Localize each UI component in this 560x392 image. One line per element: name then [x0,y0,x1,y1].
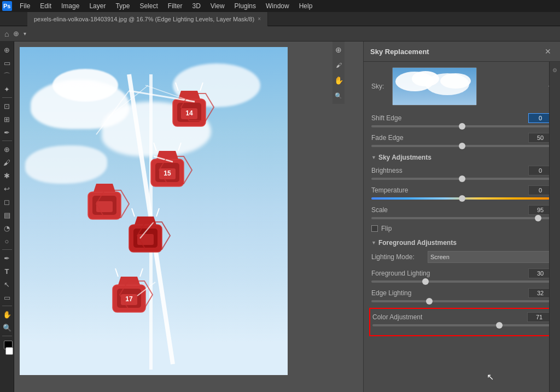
menu-3d[interactable]: 3D [188,1,205,11]
history-brush-tool[interactable]: ↩ [1,183,13,195]
magic-wand-tool[interactable]: ✦ [1,83,13,95]
lighting-mode-label: Lighting Mode: [371,253,423,261]
sky-selector-row: Sky: [371,67,552,106]
menu-layer[interactable]: Layer [85,1,110,11]
main-area: ⊕ ▭ ⌒ ✦ ⊡ ⊞ ✒ ⊕ 🖌 ✱ ↩ ◻ ▤ ◔ ○ ✒ T ↖ ▭ ✋ … [0,42,560,392]
tab-close-button[interactable]: × [258,16,261,22]
left-toolbar: ⊕ ▭ ⌒ ✦ ⊡ ⊞ ✒ ⊕ 🖌 ✱ ↩ ◻ ▤ ◔ ○ ✒ T ↖ ▭ ✋ … [0,42,14,392]
svg-line-23 [156,208,159,217]
sky-thumbnail-container: ▾ [392,67,552,106]
crop-tool[interactable]: ⊡ [1,100,13,112]
svg-line-29 [115,268,118,277]
eyedropper-tool[interactable]: ✒ [1,126,13,138]
lighting-mode-select-container: Screen Multiply Normal Luminosity [428,251,552,263]
menu-file[interactable]: File [15,1,34,11]
home-icon[interactable]: ⌂ [4,30,9,38]
sky-adjustments-header[interactable]: ▼ Sky Adjustments [371,154,552,161]
menubar: Ps File Edit Image Layer Type Select Fil… [0,0,560,12]
svg-line-36 [96,91,129,134]
svg-line-9 [176,83,178,91]
panel-title: Sky Replacement [370,48,429,56]
fg-adj-chevron: ▼ [371,240,376,245]
edge-lighting-track[interactable] [371,300,552,302]
shift-edge-thumb[interactable] [459,123,465,130]
edge-lighting-thumb[interactable] [426,298,433,305]
scale-row: Scale 95 [371,205,552,219]
tab-label: pexels-elina-volkova-18403914.jpg @ 16.7… [34,16,254,22]
color-adjustment-track[interactable] [372,324,551,326]
text-tool[interactable]: T [1,265,13,277]
brightness-thumb[interactable] [459,175,465,182]
color-adjustment-thumb[interactable] [496,322,503,329]
ferris-wheel-svg: 14 15 [20,47,288,375]
blur-tool[interactable]: ◔ [1,222,13,234]
menu-image[interactable]: Image [57,1,84,11]
lighting-mode-select[interactable]: Screen Multiply Normal Luminosity [428,251,552,263]
svg-line-41 [107,85,148,118]
sky-adj-chevron: ▼ [371,155,376,160]
clone-tool[interactable]: ✱ [1,169,13,182]
toolbar-divider-1 [2,97,12,98]
temperature-thumb[interactable] [459,195,465,202]
selection-tool[interactable]: ▭ [1,57,13,69]
panel-close-button[interactable]: ✕ [542,46,553,57]
color-adjustment-label: Color Adjustment [372,313,422,321]
foreground-lighting-row: Foreground Lighting 30 [371,268,552,283]
move-tool-icon[interactable]: ⊕ [13,30,19,38]
brightness-row: Brightness 0 [371,166,552,180]
healing-tool[interactable]: ⊕ [1,143,13,155]
temperature-track[interactable] [371,197,552,200]
eraser-tool[interactable]: ◻ [1,196,13,208]
foreground-lighting-track[interactable] [371,280,552,283]
zoom-tool[interactable]: 🔍 [1,321,13,334]
svg-text:Ps: Ps [3,3,10,9]
menu-select[interactable]: Select [135,1,162,11]
menu-view[interactable]: View [206,1,229,11]
frame-tool[interactable]: ⊞ [1,113,13,125]
shape-tool[interactable]: ▭ [1,291,13,303]
brush-tool[interactable]: 🖌 [1,156,13,168]
menu-type[interactable]: Type [111,1,134,11]
svg-line-30 [140,268,143,277]
flip-checkbox[interactable] [371,225,378,232]
background-color[interactable] [5,347,13,355]
menu-window[interactable]: Window [261,1,294,11]
arrow-down-icon[interactable]: ▾ [24,31,26,37]
dodge-tool[interactable]: ○ [1,235,13,247]
hand-tool[interactable]: ✋ [1,308,13,320]
foreground-lighting-thumb[interactable] [422,278,429,285]
sky-adjustments-label: Sky Adjustments [378,154,431,161]
tabbar: pexels-elina-volkova-18403914.jpg @ 16.7… [0,12,560,26]
svg-line-16 [154,143,156,151]
scale-label: Scale [371,206,388,214]
fade-edge-track[interactable] [371,145,552,147]
menu-filter[interactable]: Filter [164,1,187,11]
shift-edge-track[interactable] [371,125,552,127]
sky-thumbnail[interactable] [392,67,477,106]
color-adjustment-value[interactable]: 71 [527,312,551,322]
gradient-tool[interactable]: ▤ [1,209,13,221]
scale-track[interactable] [371,217,552,219]
canvas-area: 14 15 [14,42,363,392]
svg-line-22 [132,208,135,217]
fade-edge-thumb[interactable] [459,143,465,149]
foreground-adjustments-header[interactable]: ▼ Foreground Adjustments [371,239,552,247]
toolbar-divider-2 [2,141,12,141]
brightness-track[interactable] [371,178,552,180]
scale-thumb[interactable] [535,215,541,221]
right-mini-toolbar: A ≡ ⚙ [549,42,560,392]
fade-edge-label: Fade Edge [371,134,404,142]
color-adjustment-row: Color Adjustment 71 [372,312,551,326]
document-canvas: 14 15 [20,47,288,375]
menu-plugins[interactable]: Plugins [230,1,260,11]
path-selection-tool[interactable]: ↖ [1,278,13,290]
menu-edit[interactable]: Edit [36,1,56,11]
lasso-tool[interactable]: ⌒ [1,70,13,82]
pen-tool[interactable]: ✒ [1,252,13,264]
right-tool-3[interactable]: ⚙ [551,66,559,74]
move-tool[interactable]: ⊕ [1,44,13,56]
document-tab[interactable]: pexels-elina-volkova-18403914.jpg @ 16.7… [27,12,268,26]
lighting-mode-row: Lighting Mode: Screen Multiply Normal Lu… [371,251,552,263]
foreground-adjustments-label: Foreground Adjustments [378,239,457,247]
menu-help[interactable]: Help [295,1,317,11]
